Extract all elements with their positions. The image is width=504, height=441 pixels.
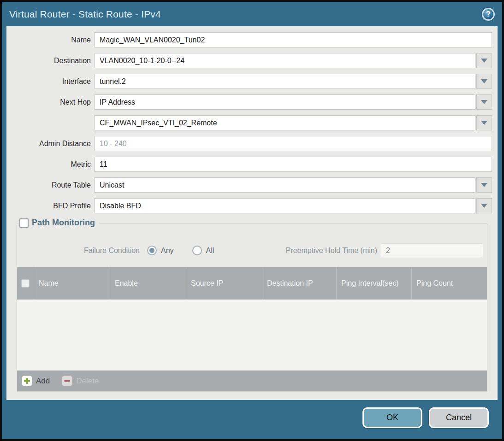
next-hop-address-input[interactable]: [95, 115, 475, 130]
add-button[interactable]: Add: [22, 376, 50, 386]
route-table-input[interactable]: [95, 177, 475, 193]
destination-field-wrap: [95, 53, 492, 68]
form-row-interface: Interface: [6, 74, 498, 89]
interface-field-wrap: [95, 74, 492, 89]
next-hop-address-dropdown-button[interactable]: [476, 115, 492, 130]
column-header-ping-count[interactable]: Ping Count: [411, 267, 487, 300]
metric-label: Metric: [6, 160, 95, 169]
add-plus-icon: [22, 376, 32, 386]
metric-field-wrap: [95, 157, 492, 172]
column-header-ping-interval[interactable]: Ping Interval(sec): [336, 267, 411, 300]
route-table-field-wrap: [95, 177, 492, 193]
chevron-down-icon: [480, 79, 488, 84]
select-all-checkbox[interactable]: [21, 279, 30, 288]
dialog-content: Name Destination Interface: [6, 26, 498, 400]
name-input[interactable]: [95, 32, 492, 47]
bfd-profile-dropdown-button[interactable]: [476, 198, 492, 213]
preemptive-hold-time-input[interactable]: [381, 243, 483, 258]
form-row-metric: Metric: [6, 157, 498, 172]
next-hop-type-input[interactable]: [95, 94, 475, 110]
table-body-empty: [17, 300, 487, 370]
select-all-cell: [17, 267, 34, 300]
name-label: Name: [6, 36, 95, 44]
name-field-wrap: [95, 32, 492, 47]
bfd-profile-label: BFD Profile: [6, 202, 95, 210]
bfd-profile-input[interactable]: [95, 198, 475, 213]
next-hop-dropdown-button[interactable]: [476, 94, 492, 110]
failure-condition-row: Failure Condition Any All Preemptive Hol…: [17, 243, 487, 258]
route-table-dropdown-button[interactable]: [476, 177, 492, 193]
path-monitoring-title: Path Monitoring: [32, 218, 95, 228]
next-hop-label: Next Hop: [6, 98, 95, 106]
failure-condition-any-label: Any: [161, 247, 174, 255]
ok-button[interactable]: OK: [362, 407, 422, 428]
path-monitoring-checkbox[interactable]: [19, 218, 29, 228]
delete-button-label: Delete: [76, 376, 99, 386]
interface-dropdown-button[interactable]: [476, 74, 492, 89]
bfd-profile-field-wrap: [95, 198, 492, 213]
metric-input[interactable]: [95, 157, 492, 172]
table-header-row: Name Enable Source IP Destination IP Pin…: [17, 267, 487, 300]
dialog-action-buttons: OK Cancel: [362, 407, 489, 428]
form-row-next-hop-address: [6, 115, 498, 130]
form-row-route-table: Route Table: [6, 177, 498, 193]
radio-dot: [195, 248, 200, 253]
radio-dot: [149, 248, 154, 253]
column-header-name[interactable]: Name: [34, 267, 110, 300]
form-row-destination: Destination: [6, 53, 498, 68]
form-row-bfd-profile: BFD Profile: [6, 198, 498, 213]
column-header-destination-ip[interactable]: Destination IP: [262, 267, 336, 300]
path-monitoring-table: Name Enable Source IP Destination IP Pin…: [17, 267, 487, 391]
form-row-next-hop: Next Hop: [6, 94, 498, 110]
preemptive-hold-time-label: Preemptive Hold Time (min): [286, 247, 377, 255]
destination-dropdown-button[interactable]: [476, 53, 492, 68]
path-monitoring-section: Path Monitoring Failure Condition Any Al…: [17, 223, 487, 392]
form-row-name: Name: [6, 32, 498, 47]
next-hop-address-field-wrap: [95, 115, 492, 130]
chevron-down-icon: [480, 203, 488, 208]
preemptive-hold-time-group: Preemptive Hold Time (min): [286, 243, 483, 258]
next-hop-field-wrap: [95, 94, 492, 110]
delete-button[interactable]: Delete: [62, 376, 99, 386]
cancel-button[interactable]: Cancel: [429, 407, 489, 428]
path-monitoring-legend: Path Monitoring: [18, 218, 99, 228]
failure-condition-all-radio[interactable]: [192, 246, 202, 255]
destination-input[interactable]: [95, 53, 475, 68]
admin-distance-field-wrap: [95, 136, 492, 151]
destination-label: Destination: [6, 57, 95, 65]
dialog-titlebar: Virtual Router - Static Route - IPv4 ?: [2, 2, 502, 26]
admin-distance-label: Admin Distance: [6, 140, 95, 148]
form-row-admin-distance: Admin Distance: [6, 136, 498, 151]
chevron-down-icon: [480, 100, 488, 105]
delete-minus-icon: [62, 376, 72, 386]
table-toolbar: Add Delete: [17, 370, 487, 391]
failure-condition-label: Failure Condition: [21, 247, 140, 255]
help-icon[interactable]: ?: [482, 8, 495, 21]
chevron-down-icon: [480, 120, 488, 125]
route-table-label: Route Table: [6, 181, 95, 189]
failure-condition-all-label: All: [206, 247, 214, 255]
interface-label: Interface: [6, 77, 95, 86]
static-route-dialog: Virtual Router - Static Route - IPv4 ? N…: [0, 0, 504, 441]
chevron-down-icon: [480, 58, 488, 63]
dialog-title: Virtual Router - Static Route - IPv4: [9, 9, 161, 20]
failure-condition-any-radio[interactable]: [147, 246, 157, 255]
interface-input[interactable]: [95, 74, 475, 89]
column-header-enable[interactable]: Enable: [110, 267, 186, 300]
admin-distance-input[interactable]: [95, 136, 492, 151]
column-header-source-ip[interactable]: Source IP: [186, 267, 262, 300]
add-button-label: Add: [36, 376, 50, 386]
chevron-down-icon: [480, 182, 488, 188]
